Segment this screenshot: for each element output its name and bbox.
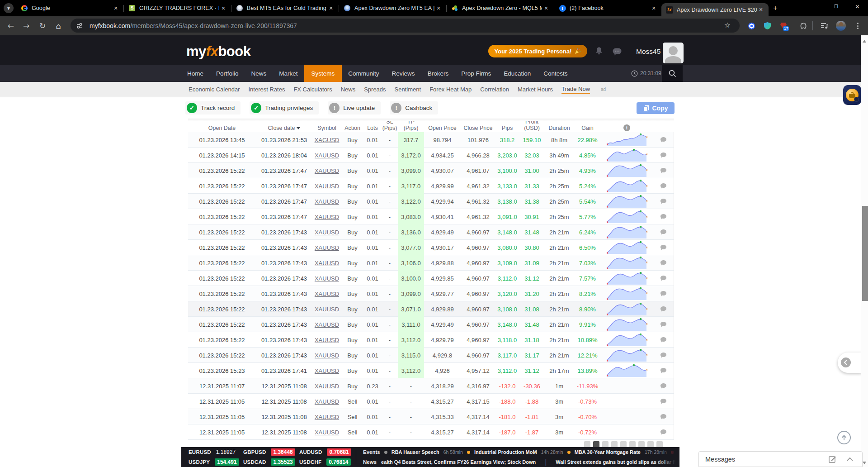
trade-row-2[interactable]: 01.23.2026 14:1501.23.2026 18:04XAUUSDBu… — [188, 148, 674, 163]
trade-row-15[interactable]: 01.23.2026 15:2201.23.2026 17:43XAUUSDBu… — [188, 348, 674, 363]
trade-row-10[interactable]: 01.23.2026 15:2201.23.2026 17:43XAUUSDBu… — [188, 271, 674, 286]
trade-row-8[interactable]: 01.23.2026 15:2201.23.2026 17:43XAUUSDBu… — [188, 240, 674, 255]
comment-icon[interactable] — [660, 214, 667, 220]
column-header-8[interactable]: Close Price — [461, 125, 495, 133]
browser-menu-icon[interactable] — [854, 16, 862, 35]
tab-close-icon[interactable]: ✕ — [757, 6, 765, 14]
nav-item-community[interactable]: Community — [342, 65, 385, 82]
window-close-button[interactable]: ✕ — [847, 0, 868, 14]
subnav-item-forex-heat-map[interactable]: Forex Heat Map — [429, 86, 472, 93]
tab-close-icon[interactable]: ✕ — [542, 4, 550, 12]
home-icon[interactable]: ⌂ — [54, 16, 63, 35]
extensions-puzzle-icon[interactable] — [798, 16, 807, 35]
symbol-link[interactable]: XAUUSD — [315, 275, 339, 282]
tab-close-icon[interactable]: ✕ — [650, 4, 658, 12]
forward-icon[interactable]: → — [22, 16, 31, 35]
symbol-link[interactable]: XAUUSD — [315, 306, 339, 313]
trade-row-16[interactable]: 01.23.2026 15:2301.23.2026 17:41XAUUSDBu… — [188, 363, 674, 378]
event-title[interactable]: MBA 30-Year Mortgage Rate — [575, 449, 641, 455]
symbol-link[interactable]: XAUUSD — [315, 414, 339, 420]
browser-tab-2[interactable]: SGRIZZLY TRADERS FOREX · Hom✕ — [124, 0, 231, 16]
extension-adblock-icon[interactable]: 17 — [778, 16, 788, 35]
column-header-12[interactable]: Gain — [574, 125, 601, 133]
nav-item-systems[interactable]: Systems — [304, 65, 342, 82]
trade-row-1[interactable]: 01.23.2026 13:4501.23.2026 21:53XAGUSDBu… — [188, 132, 674, 148]
notifications-bell-icon[interactable] — [595, 47, 603, 55]
column-header-7[interactable]: Open Price — [424, 125, 461, 133]
symbol-link[interactable]: XAUUSD — [315, 352, 339, 359]
nav-item-home[interactable]: Home — [181, 65, 210, 82]
trading-persona-button[interactable]: Your 2025 Trading Persona! — [488, 45, 587, 57]
comment-icon[interactable] — [660, 229, 667, 235]
subnav-item-fx-calculators[interactable]: FX Calculators — [293, 86, 332, 93]
browser-tab-7[interactable]: fxApex Drawdown Zero LIVE $200✕ — [661, 3, 769, 16]
nav-item-education[interactable]: Education — [497, 65, 537, 82]
window-maximize-button[interactable]: ❐ — [826, 0, 847, 14]
nav-item-news[interactable]: News — [245, 65, 273, 82]
user-avatar[interactable] — [663, 43, 684, 63]
comment-icon[interactable] — [660, 352, 667, 358]
symbol-link[interactable]: XAUUSD — [315, 337, 339, 343]
symbol-link[interactable]: XAUUSD — [315, 321, 339, 328]
support-chat-widget[interactable] — [843, 85, 861, 105]
scrollbar-thumb[interactable] — [862, 206, 868, 301]
trade-row-20[interactable]: 12.31.2025 11:0512.31.2025 11:08XAUUSDSe… — [188, 424, 674, 440]
nav-item-portfolio[interactable]: Portfolio — [210, 65, 245, 82]
subnav-item-correlation[interactable]: Correlation — [480, 86, 509, 93]
scroll-to-top-button[interactable] — [837, 431, 851, 444]
comment-icon[interactable] — [660, 275, 667, 281]
page-scrollbar[interactable] — [861, 35, 868, 467]
subnav-item-market-hours[interactable]: Market Hours — [518, 86, 553, 93]
trade-row-6[interactable]: 01.23.2026 15:2201.23.2026 17:47XAUUSDBu… — [188, 209, 674, 224]
comment-icon[interactable] — [660, 429, 667, 435]
comment-icon[interactable] — [660, 183, 667, 189]
scrollbar-up-arrow[interactable] — [863, 40, 866, 43]
news-headline[interactable]: ealth Q4 Beats Street, Confirms FY26 Ear… — [381, 459, 536, 465]
browser-profile-avatar[interactable] — [835, 16, 846, 35]
column-header-11[interactable]: Duration — [545, 125, 574, 133]
symbol-link[interactable]: XAGUSD — [315, 137, 340, 143]
browser-tab-3[interactable]: Best MT5 EAs for Gold Trading✕ — [231, 0, 339, 16]
trade-row-14[interactable]: 01.23.2026 15:2201.23.2026 17:43XAUUSDBu… — [188, 332, 674, 348]
trade-row-11[interactable]: 01.23.2026 15:2201.23.2026 17:43XAUUSDBu… — [188, 286, 674, 301]
comment-icon[interactable] — [660, 167, 667, 174]
browser-tab-4[interactable]: Apex Drawdown Zero MT5 EA |✕ — [339, 0, 446, 16]
subnav-item-spreads[interactable]: Spreads — [364, 86, 386, 93]
trade-row-4[interactable]: 01.23.2026 15:2201.23.2026 17:47XAUUSDBu… — [188, 178, 674, 194]
comment-icon[interactable] — [660, 398, 667, 405]
symbol-link[interactable]: XAUUSD — [315, 183, 339, 190]
symbol-link[interactable]: XAUUSD — [315, 198, 339, 205]
extension-shield-icon[interactable] — [763, 16, 772, 35]
column-header-4[interactable]: Lots — [363, 125, 382, 133]
comment-icon[interactable] — [660, 260, 667, 266]
comment-icon[interactable] — [660, 137, 667, 143]
trade-row-18[interactable]: 12.31.2025 11:0512.31.2025 11:08XAUUSDSe… — [188, 394, 674, 409]
symbol-link[interactable]: XAUUSD — [315, 214, 339, 220]
nav-item-reviews[interactable]: Reviews — [386, 65, 421, 82]
tab-close-icon[interactable]: ✕ — [327, 4, 335, 12]
back-icon[interactable]: ← — [6, 16, 15, 35]
address-bar[interactable]: myfxbook.com/members/Moss45/apex-drawdow… — [71, 19, 740, 33]
nav-item-prop-firms[interactable]: Prop Firms — [455, 65, 497, 82]
comment-icon[interactable] — [660, 306, 667, 312]
nav-item-brokers[interactable]: Brokers — [421, 65, 455, 82]
comment-icon[interactable] — [660, 198, 667, 205]
column-header-0[interactable]: Open Date — [188, 125, 256, 133]
tab-close-icon[interactable]: ✕ — [112, 4, 120, 12]
info-icon[interactable]: i — [623, 124, 630, 131]
collapse-chevron-icon[interactable] — [847, 457, 853, 461]
column-header-2[interactable]: Symbol — [312, 125, 341, 133]
column-header-1[interactable]: Close date — [256, 125, 312, 133]
symbol-link[interactable]: XAUUSD — [315, 398, 339, 405]
bookmark-star-icon[interactable]: ☆ — [724, 21, 731, 29]
copy-button[interactable]: Copy — [637, 102, 675, 114]
media-controls-icon[interactable] — [819, 16, 829, 35]
new-tab-button[interactable]: + — [771, 4, 779, 12]
comment-icon[interactable] — [660, 152, 667, 158]
chat-bubble-icon[interactable] — [613, 48, 622, 56]
symbol-link[interactable]: XAUUSD — [315, 367, 339, 374]
event-title[interactable]: RBA Hauser Speech — [392, 449, 439, 455]
browser-tab-1[interactable]: Google✕ — [16, 0, 123, 16]
comment-icon[interactable] — [660, 414, 667, 420]
browser-tab-5[interactable]: Apex Drawdown Zero - MQL5 M✕ — [447, 0, 554, 16]
